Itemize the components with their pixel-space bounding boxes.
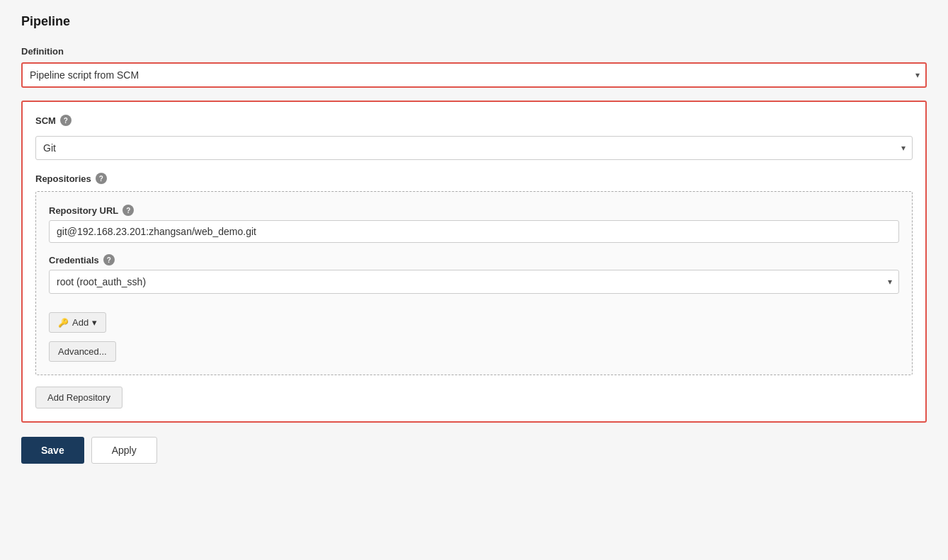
repository-url-label: Repository URL [49, 205, 118, 216]
repositories-dashed-box: Repository URL ? Credentials ? root ( [35, 191, 913, 375]
apply-label: Apply [112, 445, 137, 456]
add-dropdown-chevron-icon: ▾ [92, 317, 97, 328]
credentials-label-row: Credentials ? [49, 254, 899, 265]
repository-url-input[interactable] [49, 220, 899, 243]
apply-button[interactable]: Apply [91, 437, 157, 464]
scm-select-wrapper: Git None Subversion ▾ [35, 136, 913, 160]
repositories-label: Repositories [35, 173, 91, 184]
save-label: Save [41, 445, 64, 456]
repositories-header: Repositories ? [35, 173, 913, 184]
add-repository-button[interactable]: Add Repository [35, 387, 122, 408]
advanced-button-label: Advanced... [58, 346, 107, 357]
scm-help-icon[interactable]: ? [60, 115, 72, 126]
save-button[interactable]: Save [21, 437, 84, 464]
repositories-section: Repositories ? Repository URL ? Credenti… [35, 173, 913, 408]
definition-select-wrapper: Pipeline script from SCM Pipeline script… [21, 62, 927, 88]
credentials-group: Credentials ? root (root_auth_ssh) - non… [49, 254, 899, 294]
credentials-select[interactable]: root (root_auth_ssh) - none - [49, 270, 899, 294]
definition-select[interactable]: Pipeline script from SCM Pipeline script [21, 62, 927, 88]
definition-label: Definition [21, 46, 927, 57]
key-icon: 🔑 [58, 318, 69, 328]
repository-url-group: Repository URL ? [49, 205, 899, 243]
page-container: Pipeline Definition Pipeline script from… [0, 0, 948, 560]
footer-buttons: Save Apply [21, 437, 927, 464]
credentials-help-icon[interactable]: ? [103, 254, 115, 265]
repository-url-label-row: Repository URL ? [49, 205, 899, 216]
add-repository-label: Add Repository [47, 392, 110, 403]
advanced-button[interactable]: Advanced... [49, 341, 116, 362]
credentials-select-wrapper: root (root_auth_ssh) - none - ▾ [49, 270, 899, 294]
scm-label: SCM [35, 115, 56, 126]
scm-header: SCM ? [35, 115, 913, 126]
page-title: Pipeline [21, 14, 927, 29]
repositories-help-icon[interactable]: ? [96, 173, 107, 184]
add-button-label: Add [72, 317, 88, 328]
credentials-label: Credentials [49, 255, 99, 265]
scm-section: SCM ? Git None Subversion ▾ Repositories… [21, 101, 927, 423]
credentials-row: root (root_auth_ssh) - none - ▾ [49, 270, 899, 294]
add-button[interactable]: 🔑 Add ▾ [49, 312, 106, 333]
scm-select[interactable]: Git None Subversion [35, 136, 913, 160]
repository-url-help-icon[interactable]: ? [122, 205, 134, 216]
